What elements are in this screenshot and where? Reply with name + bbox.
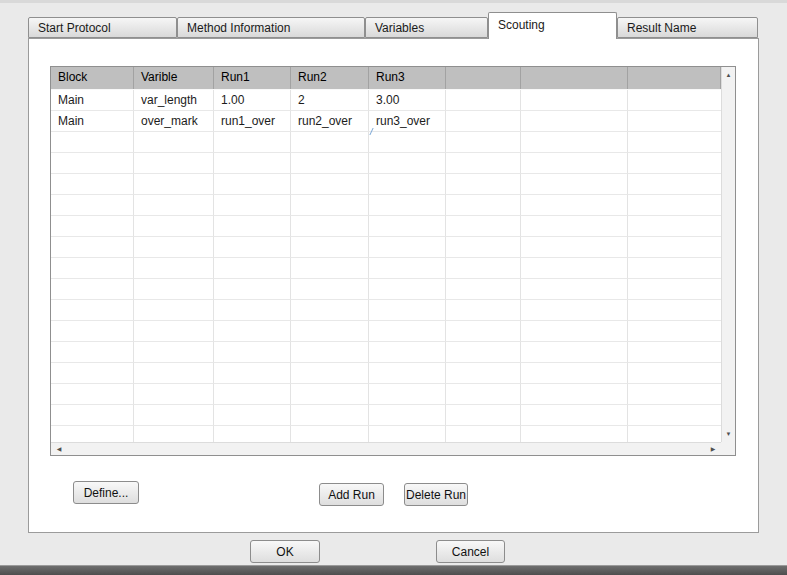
- column-header-block[interactable]: Block: [51, 67, 134, 89]
- table-cell[interactable]: [291, 363, 369, 384]
- tab-method-information[interactable]: Method Information: [177, 17, 365, 38]
- table-row[interactable]: Main over_mark run1_over run2_over run3_…: [51, 111, 721, 132]
- table-row-empty[interactable]: [51, 153, 721, 174]
- table-cell[interactable]: [214, 132, 291, 153]
- column-header-empty[interactable]: [521, 67, 628, 89]
- table-cell[interactable]: [521, 342, 628, 363]
- table-cell[interactable]: [628, 363, 721, 384]
- table-cell[interactable]: [521, 258, 628, 279]
- table-cell[interactable]: [134, 342, 214, 363]
- table-cell[interactable]: [291, 300, 369, 321]
- table-cell[interactable]: [51, 426, 134, 442]
- table-cell[interactable]: [214, 258, 291, 279]
- table-cell[interactable]: [628, 174, 721, 195]
- table-cell[interactable]: [369, 321, 446, 342]
- table-cell[interactable]: [628, 153, 721, 174]
- table-cell[interactable]: [134, 174, 214, 195]
- table-cell[interactable]: [51, 258, 134, 279]
- table-row-empty[interactable]: [51, 174, 721, 195]
- table-cell[interactable]: [521, 111, 628, 132]
- cancel-button[interactable]: Cancel: [436, 540, 505, 563]
- table-cell[interactable]: [134, 384, 214, 405]
- table-cell[interactable]: [369, 237, 446, 258]
- table-cell[interactable]: [51, 300, 134, 321]
- table-cell[interactable]: [134, 258, 214, 279]
- table-cell[interactable]: [134, 363, 214, 384]
- table-row-empty[interactable]: [51, 195, 721, 216]
- table-cell[interactable]: [521, 363, 628, 384]
- table-cell[interactable]: [214, 195, 291, 216]
- table-cell[interactable]: [521, 90, 628, 111]
- table-row-empty[interactable]: [51, 384, 721, 405]
- tab-start-protocol[interactable]: Start Protocol: [28, 17, 177, 38]
- table-cell[interactable]: [369, 342, 446, 363]
- table-cell[interactable]: [51, 237, 134, 258]
- table-cell[interactable]: [628, 342, 721, 363]
- tab-variables[interactable]: Variables: [365, 17, 488, 38]
- table-row-empty[interactable]: [51, 363, 721, 384]
- table-row-empty[interactable]: [51, 258, 721, 279]
- table-cell[interactable]: [214, 342, 291, 363]
- table-cell[interactable]: [446, 342, 521, 363]
- table-cell[interactable]: [291, 405, 369, 426]
- table-cell[interactable]: [214, 300, 291, 321]
- table-row-empty[interactable]: [51, 321, 721, 342]
- table-cell[interactable]: [291, 384, 369, 405]
- table-cell[interactable]: [628, 300, 721, 321]
- table-cell[interactable]: [521, 237, 628, 258]
- table-cell[interactable]: [51, 216, 134, 237]
- table-cell[interactable]: [369, 384, 446, 405]
- ok-button[interactable]: OK: [250, 540, 320, 563]
- table-cell[interactable]: run2_over: [291, 111, 369, 132]
- table-cell[interactable]: [521, 174, 628, 195]
- table-cell[interactable]: [51, 342, 134, 363]
- table-cell[interactable]: [521, 279, 628, 300]
- table-row-empty[interactable]: [51, 405, 721, 426]
- table-cell[interactable]: [369, 258, 446, 279]
- table-cell[interactable]: [446, 111, 521, 132]
- table-cell[interactable]: [214, 216, 291, 237]
- table-cell[interactable]: [291, 174, 369, 195]
- table-cell[interactable]: [214, 321, 291, 342]
- table-cell[interactable]: [521, 426, 628, 442]
- table-cell[interactable]: [446, 426, 521, 442]
- table-cell[interactable]: [521, 321, 628, 342]
- table-cell[interactable]: [369, 279, 446, 300]
- table-cell[interactable]: [446, 195, 521, 216]
- horizontal-scrollbar[interactable]: ◀ ▶: [51, 442, 721, 455]
- table-cell[interactable]: Main: [51, 90, 134, 111]
- table-cell[interactable]: [628, 90, 721, 111]
- table-cell[interactable]: [214, 363, 291, 384]
- add-run-button[interactable]: Add Run: [319, 483, 384, 506]
- table-cell[interactable]: [446, 363, 521, 384]
- table-cell[interactable]: [214, 405, 291, 426]
- table-cell[interactable]: [446, 153, 521, 174]
- table-cell[interactable]: [521, 195, 628, 216]
- table-cell[interactable]: [521, 384, 628, 405]
- table-cell[interactable]: [291, 216, 369, 237]
- table-cell[interactable]: [446, 384, 521, 405]
- table-cell[interactable]: [446, 321, 521, 342]
- table-cell[interactable]: [369, 216, 446, 237]
- table-cell[interactable]: [521, 153, 628, 174]
- table-cell[interactable]: [291, 153, 369, 174]
- table-cell[interactable]: [51, 174, 134, 195]
- table-cell[interactable]: [446, 405, 521, 426]
- table-cell[interactable]: [628, 321, 721, 342]
- table-cell[interactable]: [446, 216, 521, 237]
- table-cell[interactable]: [134, 216, 214, 237]
- table-cell[interactable]: [446, 132, 521, 153]
- table-cell[interactable]: [134, 426, 214, 442]
- table-cell[interactable]: [521, 132, 628, 153]
- scroll-up-icon[interactable]: ▲: [722, 68, 735, 82]
- table-row-empty[interactable]: [51, 279, 721, 300]
- table-cell[interactable]: [291, 132, 369, 153]
- table-cell[interactable]: [446, 174, 521, 195]
- table-cell[interactable]: [51, 195, 134, 216]
- table-cell[interactable]: [369, 174, 446, 195]
- column-header-run3[interactable]: Run3: [369, 67, 446, 89]
- table-cell[interactable]: [291, 321, 369, 342]
- table-cell[interactable]: [628, 426, 721, 442]
- table-cell[interactable]: [291, 195, 369, 216]
- table-cell[interactable]: [134, 132, 214, 153]
